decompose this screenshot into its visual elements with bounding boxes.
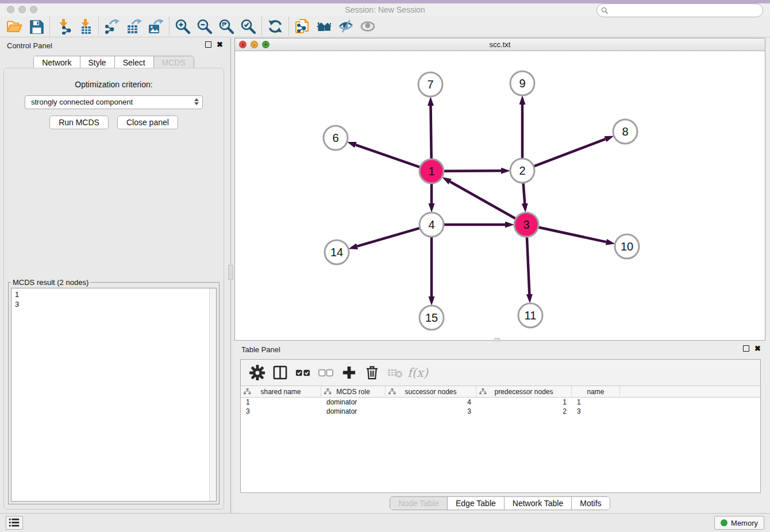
splitter-grip[interactable] — [228, 265, 233, 280]
network-window-titlebar[interactable]: x-+ scc.txt — [235, 38, 765, 51]
graph-node-label-15: 15 — [425, 311, 438, 324]
import-network-button[interactable] — [52, 17, 74, 36]
split-columns-button[interactable] — [270, 363, 290, 383]
tab-network-table[interactable]: Network Table — [504, 497, 571, 510]
hierarchy-icon — [324, 388, 332, 395]
zoom-selected-icon — [240, 18, 256, 34]
mcds-result-title: MCDS result (2 nodes) — [11, 278, 90, 287]
tab-node-table[interactable]: Node Table — [390, 497, 447, 510]
settings-gear-button[interactable] — [247, 363, 267, 383]
export-network-button[interactable] — [101, 17, 123, 36]
graph-edge-1-2[interactable] — [444, 171, 501, 171]
graph-edge-3-11[interactable] — [527, 237, 529, 294]
save-session-button[interactable] — [25, 17, 47, 36]
float-panel-icon[interactable] — [205, 41, 211, 48]
home-button[interactable] — [313, 17, 335, 36]
cell-MCDS-role[interactable]: dominator — [321, 398, 386, 407]
home-icon — [316, 18, 332, 34]
column-header-name[interactable]: name — [572, 386, 620, 398]
graph-edge-2-8[interactable] — [534, 139, 606, 166]
column-header-MCDS-role[interactable]: MCDS role — [321, 386, 386, 398]
function-builder-button[interactable]: f(x) — [407, 363, 428, 383]
graph-edge-2-3[interactable] — [523, 183, 525, 203]
graph-node-label-8: 8 — [622, 125, 628, 138]
function-icon: f(x) — [407, 366, 428, 380]
column-header-successor-nodes[interactable]: successor nodes — [386, 386, 476, 398]
memory-label: Memory — [731, 519, 758, 527]
result-scrollbar[interactable] — [209, 288, 216, 501]
cell-name[interactable]: 1 — [572, 398, 620, 407]
hierarchy-icon — [244, 388, 251, 395]
control-panel-header: Control Panel ✖ — [0, 38, 228, 54]
horizontal-splitter-grip[interactable] — [494, 338, 500, 341]
graph-edge-1-6[interactable] — [356, 145, 420, 167]
deselect-all-button[interactable] — [315, 363, 336, 383]
cell-successor-nodes[interactable]: 3 — [386, 407, 476, 416]
tab-network[interactable]: Network — [34, 56, 79, 69]
add-row-button[interactable] — [338, 363, 359, 383]
tab-edge-table[interactable]: Edge Table — [447, 497, 504, 510]
cell-MCDS-role[interactable]: dominator — [321, 407, 386, 416]
column-header-predecessor-nodes[interactable]: predecessor nodes — [476, 386, 572, 398]
select-all-button[interactable] — [292, 363, 313, 383]
tab-style[interactable]: Style — [80, 56, 114, 69]
export-table-button[interactable] — [123, 17, 145, 36]
toggle-graphics-details-button[interactable] — [335, 17, 357, 36]
clone-network-button[interactable] — [291, 17, 313, 36]
graph-edge-3-10[interactable] — [538, 227, 606, 242]
optimization-criterion-label: Optimization criterion: — [4, 80, 224, 89]
graph-node-label-11: 11 — [525, 309, 537, 322]
optimization-criterion-select[interactable]: strongly connected component — [25, 95, 203, 109]
table-panel: Table Panel ✖ f(x) shared nameMCDS roles… — [234, 342, 765, 512]
import-table-button[interactable] — [74, 17, 96, 36]
zoom-in-button[interactable] — [172, 17, 194, 36]
eye-disabled-button[interactable] — [357, 17, 379, 36]
export-image-button[interactable] — [145, 17, 167, 36]
status-bar: Memory — [0, 513, 770, 532]
zoom-selected-button[interactable] — [237, 17, 259, 36]
search-input[interactable] — [611, 5, 759, 16]
graph-edge-4-14[interactable] — [357, 228, 420, 246]
tab-mcds[interactable]: MCDS — [153, 56, 194, 69]
run-mcds-button[interactable]: Run MCDS — [49, 115, 109, 129]
toolbar-separator — [261, 17, 262, 36]
mcds-result-fieldset: MCDS result (2 nodes) 13 — [8, 278, 220, 504]
open-file-button[interactable] — [3, 17, 25, 36]
control-panel-title: Control Panel — [7, 41, 52, 50]
zoom-fit-button[interactable] — [215, 17, 237, 36]
cell-shared-name[interactable]: 1 — [241, 398, 321, 407]
cell-name[interactable]: 3 — [572, 407, 620, 416]
task-history-button[interactable] — [6, 516, 23, 530]
toolbar-separator — [169, 17, 170, 36]
node-table: shared nameMCDS rolesuccessor nodesprede… — [241, 386, 760, 492]
tab-motifs[interactable]: Motifs — [571, 497, 609, 510]
tab-select[interactable]: Select — [114, 56, 153, 69]
cell-shared-name[interactable]: 3 — [241, 407, 321, 416]
select-stepper-icon — [194, 98, 199, 105]
table-row[interactable]: 1dominator411 — [241, 398, 760, 407]
graph-edge-3-1[interactable] — [450, 182, 515, 219]
memory-button[interactable]: Memory — [714, 516, 764, 530]
column-header-shared-name[interactable]: shared name — [241, 386, 321, 398]
cell-predecessor-nodes[interactable]: 1 — [476, 398, 572, 407]
refresh-button[interactable] — [264, 17, 286, 36]
delete-row-button[interactable] — [361, 363, 382, 383]
cell-predecessor-nodes[interactable]: 2 — [476, 407, 572, 416]
close-table-panel-icon[interactable]: ✖ — [754, 345, 761, 352]
cell-successor-nodes[interactable]: 4 — [386, 398, 476, 407]
float-table-panel-icon[interactable] — [743, 345, 749, 352]
table-row[interactable]: 3dominator323 — [241, 407, 760, 416]
hierarchy-icon — [388, 388, 396, 395]
close-panel-icon[interactable]: ✖ — [217, 41, 223, 48]
mcds-result-text[interactable]: 13 — [11, 288, 217, 502]
mcds-result-line: 3 — [15, 299, 216, 309]
zoom-out-button[interactable] — [194, 17, 215, 36]
search-box[interactable] — [596, 3, 763, 17]
list-icon — [8, 518, 21, 528]
vertical-splitter[interactable] — [228, 38, 234, 513]
delete-table-button[interactable] — [384, 363, 405, 383]
network-canvas[interactable]: 7968124314101511 — [235, 51, 765, 340]
save-session-icon — [28, 18, 44, 34]
graph-edge-1-7[interactable] — [430, 106, 431, 159]
close-panel-button[interactable]: Close panel — [117, 115, 178, 129]
